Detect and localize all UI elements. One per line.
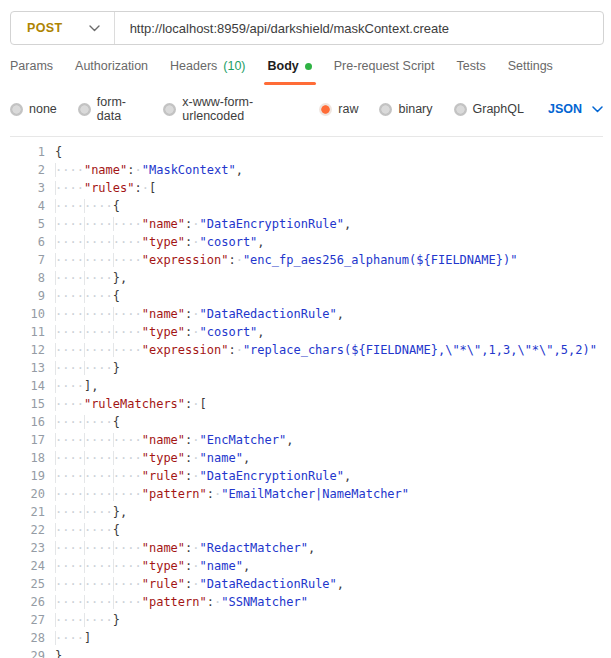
code-line[interactable]: 25············"rule":·"DataRedactionRule… xyxy=(0,575,611,593)
radio-icon[interactable] xyxy=(319,103,332,116)
line-number: 20 xyxy=(0,485,45,503)
radio-icon[interactable] xyxy=(10,103,23,116)
json-string: "EncMatcher" xyxy=(200,433,287,447)
json-key: "expression" xyxy=(142,253,229,267)
tab-headers[interactable]: Headers (10) xyxy=(169,55,246,85)
radio-icon[interactable] xyxy=(163,103,176,116)
code-line[interactable]: 10············"name":·"DataRedactionRule… xyxy=(0,305,611,323)
json-punctuation: { xyxy=(113,199,120,213)
code-line[interactable]: 13········} xyxy=(0,359,611,377)
json-key: "type" xyxy=(142,325,185,339)
whitespace-dots: ············ xyxy=(55,235,142,249)
tab-params[interactable]: Params xyxy=(9,55,54,85)
json-punctuation: : xyxy=(134,181,141,195)
tab-authorization[interactable]: Authorization xyxy=(74,55,149,85)
url-input[interactable] xyxy=(115,12,603,44)
line-number: 2 xyxy=(0,161,45,179)
code-line[interactable]: 29} xyxy=(0,647,611,658)
code-line[interactable]: 5············"name":·"DataEncryptionRule… xyxy=(0,215,611,233)
radio-raw[interactable]: raw xyxy=(319,102,358,116)
code-line[interactable]: 4········{ xyxy=(0,197,611,215)
json-punctuation: , xyxy=(257,235,264,249)
json-punctuation: [ xyxy=(149,181,156,195)
line-content: ············"type":·"name", xyxy=(55,557,250,575)
json-punctuation: ], xyxy=(84,379,98,393)
code-line[interactable]: 2····"name":·"MaskContext", xyxy=(0,161,611,179)
code-line[interactable]: 27········} xyxy=(0,611,611,629)
line-number: 9 xyxy=(0,287,45,305)
code-line[interactable]: 19············"rule":·"DataEncryptionRul… xyxy=(0,467,611,485)
radio-binary[interactable]: binary xyxy=(379,102,432,116)
line-content: ····"ruleMatchers":·[ xyxy=(55,395,207,413)
json-key: "type" xyxy=(142,451,185,465)
code-line[interactable]: 1{ xyxy=(0,143,611,161)
line-number: 24 xyxy=(0,557,45,575)
code-line[interactable]: 22········{ xyxy=(0,521,611,539)
json-punctuation: , xyxy=(344,469,351,483)
json-key: "pattern" xyxy=(142,487,207,501)
code-line[interactable]: 24············"type":·"name", xyxy=(0,557,611,575)
code-line[interactable]: 15····"ruleMatchers":·[ xyxy=(0,395,611,413)
json-string: "name" xyxy=(200,451,243,465)
whitespace-dots: · xyxy=(142,181,149,195)
whitespace-dots: · xyxy=(192,325,199,339)
tab-settings[interactable]: Settings xyxy=(507,55,554,85)
chevron-down-icon[interactable] xyxy=(89,25,100,32)
url-bar: POST xyxy=(10,11,604,45)
radio-icon[interactable] xyxy=(454,103,467,116)
json-punctuation: { xyxy=(113,523,120,537)
request-tabs: Params Authorization Headers (10) Body P… xyxy=(9,55,603,87)
method-selector[interactable]: POST xyxy=(11,12,114,44)
line-content: ········{ xyxy=(55,287,120,305)
line-content: ············"name":·"RedactMatcher", xyxy=(55,539,315,557)
line-content: ········{ xyxy=(55,413,120,431)
code-line[interactable]: 23············"name":·"RedactMatcher", xyxy=(0,539,611,557)
line-number: 10 xyxy=(0,305,45,323)
radio-icon[interactable] xyxy=(379,103,392,116)
code-line[interactable]: 11············"type":·"cosort", xyxy=(0,323,611,341)
json-string: "DataEncryptionRule" xyxy=(200,469,345,483)
whitespace-dots: ············ xyxy=(55,469,142,483)
code-line[interactable]: 28····] xyxy=(0,629,611,647)
line-content: ········} xyxy=(55,611,120,629)
whitespace-dots: · xyxy=(236,343,243,357)
whitespace-dots: ········ xyxy=(55,505,113,519)
code-line[interactable]: 9········{ xyxy=(0,287,611,305)
code-line[interactable]: 20············"pattern":·"EmailMatcher|N… xyxy=(0,485,611,503)
chevron-down-icon[interactable] xyxy=(592,106,603,113)
code-line[interactable]: 17············"name":·"EncMatcher", xyxy=(0,431,611,449)
radio-none[interactable]: none xyxy=(10,102,57,116)
code-line[interactable]: 14····], xyxy=(0,377,611,395)
code-line[interactable]: 8········}, xyxy=(0,269,611,287)
radio-icon[interactable] xyxy=(78,103,91,116)
line-number: 22 xyxy=(0,521,45,539)
raw-body-editor[interactable]: 1{2····"name":·"MaskContext",3····"rules… xyxy=(0,137,611,658)
whitespace-dots: · xyxy=(192,433,199,447)
code-line[interactable]: 18············"type":·"name", xyxy=(0,449,611,467)
whitespace-dots: ···· xyxy=(55,397,84,411)
json-key: "name" xyxy=(142,541,185,555)
json-string: "cosort" xyxy=(200,235,258,249)
code-line[interactable]: 7············"expression":·"enc_fp_aes25… xyxy=(0,251,611,269)
code-line[interactable]: 3····"rules":·[ xyxy=(0,179,611,197)
code-line[interactable]: 12············"expression":·"replace_cha… xyxy=(0,341,611,359)
language-selector[interactable]: JSON xyxy=(548,102,603,116)
line-content: ············"rule":·"DataRedactionRule", xyxy=(55,575,344,593)
tab-label: Params xyxy=(10,59,53,73)
tab-body[interactable]: Body xyxy=(267,55,313,85)
code-line[interactable]: 16········{ xyxy=(0,413,611,431)
json-string: "MaskContext" xyxy=(142,163,236,177)
radio-graphql[interactable]: GraphQL xyxy=(454,102,524,116)
json-key: "name" xyxy=(84,163,127,177)
tab-tests[interactable]: Tests xyxy=(456,55,487,85)
code-lines: 1{2····"name":·"MaskContext",3····"rules… xyxy=(0,143,611,658)
whitespace-dots: · xyxy=(192,397,199,411)
radio-form-data[interactable]: form-data xyxy=(78,95,143,123)
tab-pre-request-script[interactable]: Pre-request Script xyxy=(333,55,436,85)
code-line[interactable]: 26············"pattern":·"SSNMatcher" xyxy=(0,593,611,611)
line-number: 11 xyxy=(0,323,45,341)
code-line[interactable]: 6············"type":·"cosort", xyxy=(0,233,611,251)
line-number: 27 xyxy=(0,611,45,629)
radio-x-www-form-urlencoded[interactable]: x-www-form-urlencoded xyxy=(163,95,298,123)
code-line[interactable]: 21········}, xyxy=(0,503,611,521)
